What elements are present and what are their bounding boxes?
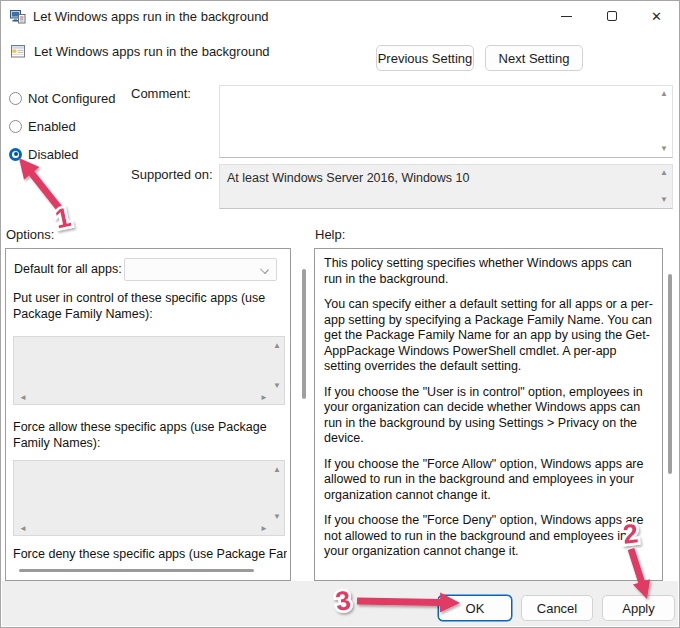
- radio-label: Disabled: [28, 147, 79, 162]
- comment-label: Comment:: [131, 86, 191, 101]
- help-paragraph: This policy setting specifies whether Wi…: [324, 256, 653, 287]
- options-scrollbar-thumb[interactable]: [302, 269, 306, 399]
- maximize-button[interactable]: [589, 1, 634, 31]
- scroll-down-icon[interactable]: ▼: [273, 513, 281, 521]
- minimize-button[interactable]: [544, 1, 589, 31]
- radio-circle-icon: [9, 92, 22, 105]
- maximize-icon: [607, 11, 617, 21]
- help-paragraph: If you choose the "Force Allow" option, …: [324, 457, 653, 504]
- supported-on-box: At least Windows Server 2016, Windows 10…: [219, 164, 673, 209]
- supported-on-value: At least Windows Server 2016, Windows 10: [227, 171, 469, 185]
- close-icon: ✕: [651, 10, 662, 23]
- radio-disabled[interactable]: Disabled: [9, 147, 79, 161]
- scroll-up-icon[interactable]: ▲: [273, 466, 281, 474]
- policy-setting-dialog: Let Windows apps run in the background ✕…: [0, 0, 680, 628]
- next-setting-button[interactable]: Next Setting: [485, 45, 583, 71]
- arrow-1-to-disabled: [19, 158, 66, 215]
- titlebar: Let Windows apps run in the background ✕: [1, 1, 679, 31]
- scroll-up-icon[interactable]: ▲: [660, 169, 668, 177]
- window-controls: ✕: [544, 1, 679, 31]
- setting-title: Let Windows apps run in the background: [34, 44, 270, 59]
- help-section-label: Help:: [315, 227, 345, 242]
- radio-enabled[interactable]: Enabled: [9, 119, 76, 133]
- scroll-left-icon[interactable]: ◄: [19, 525, 27, 533]
- supported-on-label: Supported on:: [131, 167, 213, 182]
- scroll-right-icon[interactable]: ►: [260, 525, 268, 533]
- scroll-down-icon[interactable]: ▼: [660, 145, 668, 153]
- force-deny-label: Force deny these specific apps (use Pack…: [13, 547, 287, 563]
- help-paragraph: You can specify either a default setting…: [324, 297, 653, 375]
- close-button[interactable]: ✕: [634, 1, 679, 31]
- scroll-left-icon[interactable]: ◄: [19, 394, 27, 402]
- default-for-all-apps-label: Default for all apps:: [14, 262, 124, 278]
- help-scrollbar-thumb[interactable]: [668, 274, 672, 474]
- radio-not-configured[interactable]: Not Configured: [9, 91, 115, 105]
- help-paragraph: If you choose the "User is in control" o…: [324, 385, 653, 447]
- horizontal-scrollbar-thumb[interactable]: [19, 569, 254, 572]
- force-allow-listbox[interactable]: ▲ ▼ ◄ ►: [13, 460, 285, 536]
- radio-circle-icon: [9, 120, 22, 133]
- previous-setting-button[interactable]: Previous Setting: [376, 45, 474, 71]
- group-policy-icon: [10, 8, 26, 24]
- window-title: Let Windows apps run in the background: [33, 9, 269, 24]
- force-allow-label: Force allow these specific apps (use Pac…: [13, 420, 287, 451]
- scroll-up-icon[interactable]: ▲: [660, 90, 668, 98]
- put-user-in-control-label: Put user in control of these specific ap…: [13, 291, 287, 322]
- ok-button[interactable]: OK: [438, 595, 512, 621]
- radio-label: Enabled: [28, 119, 76, 134]
- options-section-label: Options:: [6, 227, 54, 242]
- options-panel: Default for all apps: Put user in contro…: [5, 248, 291, 581]
- radio-circle-icon: [9, 148, 22, 161]
- apply-button[interactable]: Apply: [602, 595, 675, 621]
- put-user-listbox[interactable]: ▲ ▼ ◄ ►: [13, 336, 285, 405]
- annotation-number-1: 1: [52, 202, 73, 234]
- help-paragraph: If you choose the "Force Deny" option, W…: [324, 513, 653, 560]
- help-panel[interactable]: This policy setting specifies whether Wi…: [314, 248, 663, 581]
- policy-setting-icon: [10, 43, 26, 59]
- scroll-down-icon[interactable]: ▼: [273, 382, 281, 390]
- chevron-down-icon: [260, 265, 269, 274]
- scroll-right-icon[interactable]: ►: [260, 394, 268, 402]
- scroll-up-icon[interactable]: ▲: [273, 342, 281, 350]
- minimize-icon: [561, 16, 572, 17]
- radio-label: Not Configured: [28, 91, 115, 106]
- cancel-button[interactable]: Cancel: [521, 595, 593, 621]
- default-for-all-apps-dropdown[interactable]: [124, 258, 277, 281]
- comment-textarea[interactable]: ▲ ▼: [219, 85, 673, 158]
- scroll-down-icon[interactable]: ▼: [660, 196, 668, 204]
